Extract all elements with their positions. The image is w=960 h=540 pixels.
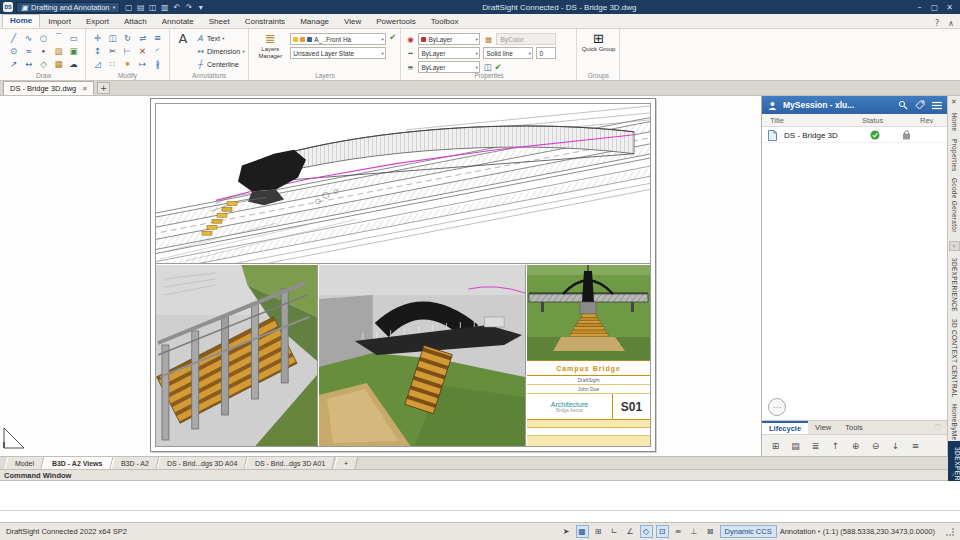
- list-options-icon[interactable]: ≡: [907, 437, 924, 454]
- line-style-dropdown[interactable]: Solid line ▾: [483, 47, 533, 59]
- move-icon[interactable]: ✛: [90, 31, 105, 44]
- collapse-panel-icon[interactable]: ‹: [949, 241, 960, 251]
- chat-bubble-icon[interactable]: ⋯: [768, 398, 786, 416]
- group-label-draw[interactable]: Draw: [2, 72, 85, 79]
- new-file-icon[interactable]: ▢: [123, 2, 135, 13]
- group-label-groups[interactable]: Groups: [577, 72, 619, 79]
- tab-powertools[interactable]: Powertools: [369, 16, 423, 28]
- strip-tab-3d-context-central[interactable]: 3D CONTEXT CENTRAL: [951, 319, 958, 398]
- viewport-bridge-wireframe[interactable]: [156, 104, 650, 264]
- collapse-ribbon-icon[interactable]: ∧: [944, 19, 958, 28]
- drawing-sheet[interactable]: Campus Bridge DraftSight John Doe Archit…: [150, 98, 656, 452]
- add-sheet-button[interactable]: +: [333, 457, 358, 469]
- sheet-tab-b3d-a2-views[interactable]: B3D - A2 Views: [42, 457, 114, 469]
- polar-toggle-icon[interactable]: ∠: [624, 525, 637, 538]
- esnap-toggle-icon[interactable]: ◇: [640, 525, 653, 538]
- command-window-body[interactable]: [0, 481, 960, 523]
- menu-icon[interactable]: [930, 99, 943, 112]
- annotation-scale-dropdown[interactable]: Annotation ▾: [780, 527, 820, 536]
- units-toggle-icon[interactable]: ⊠: [704, 525, 717, 538]
- strip-tab-3dexperience[interactable]: 3DEXPERIENCE: [951, 258, 958, 312]
- tab-sheet[interactable]: Sheet: [202, 16, 237, 28]
- tab-annotate[interactable]: Annotate: [155, 16, 201, 28]
- split-icon[interactable]: ∦: [150, 57, 165, 70]
- close-command-window-icon[interactable]: ✕: [950, 471, 956, 479]
- active-layer-dropdown[interactable]: A_..Front Ha ▾: [290, 33, 386, 45]
- tag-icon[interactable]: [913, 99, 926, 112]
- share-icon[interactable]: ↑: [827, 437, 844, 454]
- command-window-header[interactable]: Command Window ✕: [0, 469, 960, 481]
- fillet-icon[interactable]: ◜: [150, 44, 165, 57]
- linetype-dropdown[interactable]: ByLayer ▾: [418, 47, 480, 59]
- restore-button[interactable]: ▢: [927, 2, 942, 13]
- snap-toggle-icon[interactable]: ⊞: [592, 525, 605, 538]
- group-label-annotations[interactable]: Annotations: [170, 72, 248, 79]
- session-list-area[interactable]: ⋯: [762, 143, 947, 420]
- viewport-elevation-titleblock[interactable]: Campus Bridge DraftSight John Doe Archit…: [527, 265, 650, 446]
- group-label-properties[interactable]: Properties: [401, 72, 576, 79]
- help-icon[interactable]: ?: [930, 19, 944, 28]
- save-session-icon[interactable]: ≣: [807, 437, 824, 454]
- property-painter-icon[interactable]: ✔: [495, 62, 502, 72]
- extend-icon[interactable]: ⊢: [120, 44, 135, 57]
- scale-icon[interactable]: ↕: [90, 44, 105, 57]
- stretch-icon[interactable]: ↦: [135, 57, 150, 70]
- region-icon[interactable]: ▣: [66, 44, 81, 57]
- close-button[interactable]: ✕: [942, 2, 957, 13]
- etrack-toggle-icon[interactable]: ⊡: [656, 525, 669, 538]
- sheet-tab-b3d-a2[interactable]: B3D - A2: [110, 457, 159, 469]
- tab-constraints[interactable]: Constraints: [238, 16, 292, 28]
- ucs-toggle-icon[interactable]: ⊥: [688, 525, 701, 538]
- layer-check-icon[interactable]: ✔: [389, 31, 396, 43]
- ray-icon[interactable]: ↗: [6, 57, 21, 70]
- quick-group-button[interactable]: ⊞ Quick Group: [581, 31, 615, 53]
- strip-tab-gcode-generator[interactable]: Gcode Generator: [951, 178, 958, 233]
- mirror-icon[interactable]: ⇌: [135, 31, 150, 44]
- document-tab[interactable]: DS - Bridge 3D.dwg ✕: [3, 81, 94, 95]
- centerline-tool[interactable]: ┼ Centerline: [195, 58, 244, 70]
- workspace-dropdown[interactable]: ▣ Drafting and Annotation ▾: [16, 2, 120, 13]
- print-icon[interactable]: ▥: [159, 2, 171, 13]
- strip-tab-home[interactable]: Home: [951, 113, 958, 132]
- tab-manage[interactable]: Manage: [293, 16, 336, 28]
- drawing-canvas[interactable]: Campus Bridge DraftSight John Doe Archit…: [0, 96, 761, 456]
- pointer-filter-icon[interactable]: ➤: [560, 525, 573, 538]
- note-tool[interactable]: A: [174, 31, 192, 45]
- revision-cloud-icon[interactable]: ☁: [66, 57, 81, 70]
- tab-toolbox[interactable]: Toolbox: [424, 16, 466, 28]
- layers-manager-button[interactable]: ≣ Layers Manager: [253, 31, 287, 59]
- match-properties-icon[interactable]: ◫: [483, 62, 491, 72]
- lineweight-toggle-icon[interactable]: ≡: [672, 525, 685, 538]
- polyline-icon[interactable]: ∿: [21, 31, 36, 44]
- line-icon[interactable]: ╱: [6, 31, 21, 44]
- ellipse-icon[interactable]: ⊙: [6, 44, 21, 57]
- spline-icon[interactable]: ≈: [21, 44, 36, 57]
- zoom-out-icon[interactable]: ⊖: [867, 437, 884, 454]
- favorite-heart-icon[interactable]: ♡: [930, 421, 947, 434]
- redo-icon[interactable]: ↷: [183, 2, 195, 13]
- dynamic-ccs-button[interactable]: Dynamic CCS: [720, 525, 777, 538]
- strip-tab-homebyme[interactable]: HomeByMe: [951, 404, 958, 440]
- tab-attach[interactable]: Attach: [117, 16, 154, 28]
- strip-tab-properties[interactable]: Properties: [951, 139, 958, 172]
- grid-toggle-icon[interactable]: ▦: [576, 525, 589, 538]
- line-color-dropdown[interactable]: ByLayer ▾: [418, 33, 480, 45]
- table-icon[interactable]: ▦: [51, 57, 66, 70]
- explode-icon[interactable]: ✶: [120, 57, 135, 70]
- arc-icon[interactable]: ⌒: [51, 31, 66, 44]
- dimension-tool[interactable]: ↔ Dimension ▾: [195, 45, 244, 57]
- tab-view[interactable]: View: [808, 421, 838, 434]
- trim-icon[interactable]: ✂: [105, 44, 120, 57]
- tab-lifecycle[interactable]: Lifecycle: [762, 421, 808, 434]
- sheet-tab-model[interactable]: Model: [5, 457, 45, 469]
- undo-icon[interactable]: ↶: [171, 2, 183, 13]
- close-panel-icon[interactable]: ✕: [951, 98, 957, 106]
- group-label-layers[interactable]: Layers: [249, 72, 400, 79]
- download-icon[interactable]: ↓: [887, 437, 904, 454]
- column-title[interactable]: Title: [770, 116, 784, 125]
- new-tab-button[interactable]: +: [97, 82, 110, 94]
- close-tab-icon[interactable]: ✕: [81, 85, 87, 93]
- column-status[interactable]: Status: [862, 116, 883, 125]
- minimize-button[interactable]: –: [912, 2, 927, 13]
- circle-icon[interactable]: ○: [36, 31, 51, 44]
